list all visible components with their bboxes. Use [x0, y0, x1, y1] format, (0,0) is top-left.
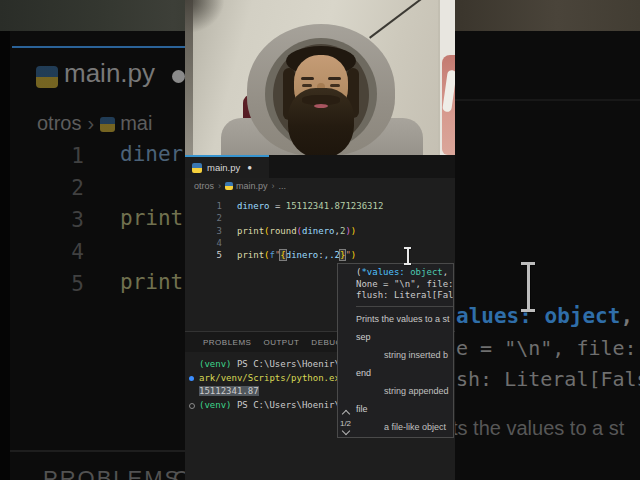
code-line[interactable]: 1dinero = 15112341.871236312	[185, 200, 455, 212]
person-eyebrow	[301, 77, 314, 80]
token: ark/venv/Scripts/python.ex	[199, 373, 340, 383]
token: PS C:\Users\Hoenir\	[232, 400, 340, 410]
token: *values:	[361, 267, 404, 277]
token: round	[270, 226, 297, 236]
backdrop-breadcrumb: otros›mai	[37, 112, 152, 135]
backdrop-line-number: 1	[60, 140, 84, 172]
hint-params: sepstring inserted bendstring appendedfi…	[356, 331, 453, 439]
person-eye	[330, 84, 340, 87]
cable-line	[369, 0, 423, 39]
hint-pager: 1/2	[338, 411, 353, 434]
backdrop-hint-text: alues: object	[456, 304, 620, 328]
parameter-hint-popup: (*values: object, sNone = "\n", file:flu…	[337, 263, 454, 438]
tab-label: main.py	[207, 162, 240, 173]
line-number: 3	[185, 225, 222, 237]
signature-line: (*values: object, s	[356, 267, 453, 279]
hint-description: Prints the values to a st	[356, 313, 453, 331]
backdrop-code-line: print	[120, 270, 183, 294]
code-line[interactable]: 2	[185, 212, 455, 224]
token: 15112341.87	[199, 386, 259, 396]
backdrop-breadcrumb-folder: otros	[37, 112, 81, 134]
signature-line: None = "\n", file:	[356, 279, 453, 291]
hint-param-name: end	[356, 367, 453, 385]
token: (venv)	[199, 400, 232, 410]
chevron-right-icon: ›	[268, 181, 279, 191]
signature-line: flush: Literal[Fals	[356, 290, 453, 302]
backdrop-tab-label: main.py	[64, 58, 155, 89]
chevron-up-icon[interactable]	[341, 410, 349, 418]
terminal-text: ark/venv/Scripts/python.ex	[199, 373, 340, 383]
backdrop-line-number: 5	[60, 268, 84, 300]
backdrop-hint-line: sh: Literal[Fals	[456, 367, 640, 391]
token: dinero	[286, 250, 319, 260]
backdrop-hint-text: , s	[620, 304, 640, 328]
command-pending-icon[interactable]	[189, 403, 195, 409]
code-text: print(round(dinero,2))	[237, 225, 356, 237]
code-line[interactable]: 5print(f"{dinero:,.2}")	[185, 249, 455, 261]
panel-tab-output[interactable]: OUTPUT	[263, 338, 299, 347]
modified-dot-icon[interactable]: ●	[247, 163, 252, 172]
python-icon	[100, 117, 115, 132]
text-cursor-icon	[521, 262, 535, 312]
token: , s	[443, 267, 453, 277]
python-icon	[36, 66, 58, 88]
command-decoration-icon[interactable]	[189, 376, 194, 381]
backdrop-active-tab-border	[12, 46, 185, 48]
backdrop-code-line: diner	[120, 142, 183, 166]
breadcrumb-tail[interactable]: ...	[279, 181, 287, 191]
vscode-window: main.py ● otros › main.py › ... 1dinero …	[185, 155, 455, 480]
line-number: 4	[185, 237, 222, 249]
token: object	[410, 267, 443, 277]
line-number: 1	[185, 200, 222, 212]
breadcrumb: otros › main.py › ...	[185, 178, 455, 194]
token: (venv)	[199, 359, 232, 369]
token: print	[237, 226, 264, 236]
hint-param-desc: string appended	[356, 385, 453, 403]
hint-param-desc: string inserted b	[356, 349, 453, 367]
line-number: 2	[185, 212, 222, 224]
panel-tab-problems[interactable]: PROBLEMS	[203, 338, 251, 347]
token: 15112341.871236312	[286, 201, 384, 211]
tab-bar: main.py ●	[185, 155, 455, 178]
hint-param-name: sep	[356, 331, 453, 349]
python-icon	[192, 163, 202, 173]
line-number: 5	[185, 249, 222, 261]
breadcrumb-file[interactable]: main.py	[236, 181, 268, 191]
hint-divider	[356, 306, 453, 307]
code-line[interactable]: 4	[185, 237, 455, 249]
code-line[interactable]: 3print(round(dinero,2))	[185, 225, 455, 237]
token: =	[270, 201, 286, 211]
tab-main-py[interactable]: main.py ●	[185, 155, 269, 178]
webcam-video	[185, 0, 455, 155]
chevron-down-icon[interactable]	[341, 427, 349, 435]
backdrop-panel-tab: PROBLEMS	[43, 466, 181, 480]
backdrop-line-number: 3	[60, 204, 84, 236]
token: )	[351, 226, 356, 236]
chevron-right-icon: ›	[81, 112, 100, 134]
code-text: dinero = 15112341.871236312	[237, 200, 383, 212]
token: ,.2	[324, 250, 340, 260]
backdrop-hint-line: alues: object, s	[456, 304, 640, 328]
person-eye	[302, 84, 312, 87]
hint-param-name: file	[356, 403, 453, 421]
python-icon	[225, 182, 233, 190]
token: dinero	[237, 201, 270, 211]
person-lip	[314, 104, 328, 108]
backdrop-line-number: 2	[60, 172, 84, 204]
code-text: print(f"{dinero:,.2}")	[237, 249, 356, 261]
mouse-text-cursor-icon	[404, 247, 411, 265]
backdrop-hint-line: e = "\n", file:	[456, 336, 637, 360]
token: flush: Literal[Fals	[356, 290, 453, 300]
backdrop-panel-divider	[10, 450, 185, 452]
token: None = "\n", file:	[356, 279, 453, 289]
webcam-left-shadow	[185, 0, 193, 155]
hint-param-desc: a file-like object	[356, 421, 453, 439]
chevron-right-icon: ›	[214, 181, 225, 191]
terminal-text: (venv) PS C:\Users\Hoenir\	[199, 400, 340, 410]
token: dinero	[302, 226, 335, 236]
breadcrumb-folder[interactable]: otros	[194, 181, 214, 191]
backdrop-breadcrumb-file: mai	[120, 112, 152, 134]
backdrop-line-number: 4	[60, 236, 84, 268]
hint-signature: (*values: object, sNone = "\n", file:flu…	[356, 267, 453, 302]
backdrop-gutter: 12345	[60, 140, 84, 300]
